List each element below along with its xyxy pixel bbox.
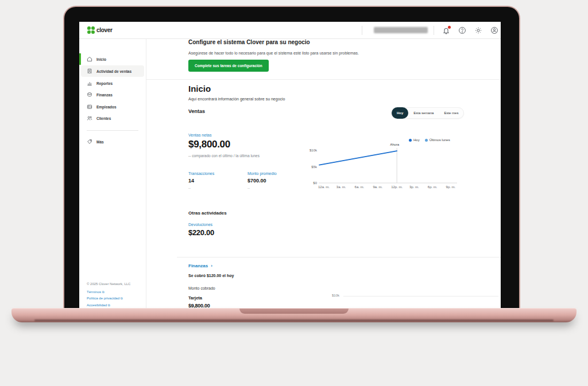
otras-actividades-title: Otras actividades xyxy=(188,210,227,216)
refunds-label[interactable]: Devoluciones xyxy=(188,223,212,227)
comparison-text: -- comparado con el último / la última l… xyxy=(188,154,260,158)
receipt-icon xyxy=(87,68,92,74)
copyright-text: © 2025 Clover Network, LLC xyxy=(87,282,130,286)
transactions-sub: -- xyxy=(188,186,191,190)
section-divider xyxy=(177,257,501,258)
people-icon xyxy=(87,115,92,121)
range-tab-esta-semana[interactable]: Esta semana xyxy=(408,107,439,119)
help-icon[interactable] xyxy=(458,26,466,34)
legend-dot-hoy xyxy=(409,139,412,142)
external-link-icon: ⧉ xyxy=(108,303,110,307)
setup-banner-subtitle: Asegúrese de hacer todo lo necesario par… xyxy=(188,51,359,55)
notifications-bell-icon[interactable] xyxy=(442,26,450,34)
svg-text:$5k: $5k xyxy=(311,165,318,169)
sidebar: Inicio Actividad de ventas Reportes Fina… xyxy=(79,39,146,308)
tarjeta-label: Tarjeta xyxy=(188,295,202,301)
tarjeta-value: $9,800.00 xyxy=(188,303,210,308)
topbar: clover xyxy=(79,22,501,39)
average-amount-sub: -- xyxy=(247,186,250,190)
laptop-base-shadow xyxy=(34,319,554,321)
mini-chart-gridline xyxy=(343,296,498,297)
finanzas-subtitle: Se cobró $120.00 el hoy xyxy=(188,274,234,278)
svg-text:3p. m.: 3p. m. xyxy=(409,185,419,189)
laptop-base xyxy=(11,308,577,322)
account-icon[interactable] xyxy=(490,26,498,34)
legend-item-ultimos-lunes[interactable]: Últimos lunes xyxy=(425,138,450,142)
sidebar-item-empleados[interactable]: Empleados xyxy=(79,101,146,112)
mini-chart-ytick: $10k xyxy=(332,294,339,297)
svg-text:$10k: $10k xyxy=(310,149,318,152)
svg-text:12p. m.: 12p. m. xyxy=(391,185,403,189)
range-tab-este-mes[interactable]: Este mes xyxy=(439,107,463,119)
sidebar-item-reportes[interactable]: Reportes xyxy=(79,77,146,89)
complete-setup-button[interactable]: Complete sus tareas de configuración xyxy=(188,60,269,72)
svg-text:9a. m.: 9a. m. xyxy=(373,185,382,189)
date-range-selector: Hoy Esta semana Este mes xyxy=(391,107,464,119)
clover-logo[interactable]: clover xyxy=(87,26,113,34)
svg-text:Ahora: Ahora xyxy=(390,143,400,146)
clover-leaf-icon xyxy=(87,26,95,34)
footer-link-privacidad[interactable]: Política de privacidad ⧉ xyxy=(87,297,127,301)
refunds-value: $220.00 xyxy=(188,228,214,237)
page-title: Inicio xyxy=(188,84,211,93)
sidebar-item-clientes[interactable]: Clientes xyxy=(79,112,146,124)
tag-icon xyxy=(87,139,92,145)
transactions-value: 14 xyxy=(188,178,194,184)
coins-icon xyxy=(87,92,92,98)
section-divider xyxy=(146,79,501,80)
sales-line-chart: $0$5k$10k12a. m.3a. m.6a. m.9a. m.12p. m… xyxy=(307,138,465,190)
sidebar-item-mas[interactable]: Más xyxy=(79,136,146,147)
sidebar-divider xyxy=(87,130,138,131)
svg-text:12a. m.: 12a. m. xyxy=(318,185,330,189)
chart-legend: Hoy Últimos lunes xyxy=(409,138,450,142)
transactions-label[interactable]: Transacciones xyxy=(188,171,214,176)
svg-text:6a. m.: 6a. m. xyxy=(355,185,365,189)
laptop-lid-notch xyxy=(239,309,349,314)
laptop-screen-bezel: clover xyxy=(63,6,520,309)
page-subtitle: Aquí encontrará información general sobr… xyxy=(188,97,285,101)
svg-text:3a. m.: 3a. m. xyxy=(336,185,346,189)
dashboard-screen: clover xyxy=(79,22,501,308)
sidebar-item-finanzas[interactable]: Finanzas xyxy=(79,89,146,100)
external-link-icon: ⧉ xyxy=(102,290,105,294)
average-amount-label[interactable]: Monto promedio xyxy=(247,171,277,176)
svg-text:9p. m.: 9p. m. xyxy=(446,185,456,189)
settings-gear-icon[interactable] xyxy=(474,26,482,34)
brand-wordmark: clover xyxy=(96,27,113,33)
notification-dot xyxy=(448,26,451,29)
monto-cobrado-label: Monto cobrado xyxy=(188,286,215,290)
legend-item-hoy[interactable]: Hoy xyxy=(409,138,420,142)
sidebar-item-actividad-de-ventas[interactable]: Actividad de ventas xyxy=(81,65,144,77)
external-link-icon: ⧉ xyxy=(121,297,123,300)
merchant-name-redacted[interactable] xyxy=(374,27,428,33)
net-sales-label[interactable]: Ventas netas xyxy=(188,133,211,137)
setup-banner-title: Configure el sistema Clover para su nego… xyxy=(188,39,310,45)
home-icon xyxy=(87,56,92,62)
badge-icon xyxy=(87,104,92,110)
svg-text:6p. m.: 6p. m. xyxy=(428,185,438,189)
footer-link-terminos[interactable]: Términos ⧉ xyxy=(87,290,127,294)
bar-chart-icon xyxy=(87,80,92,86)
topbar-divider xyxy=(362,26,362,35)
footer-link-accesibilidad[interactable]: Accesibilidad ⧉ xyxy=(87,303,127,307)
chevron-right-icon: › xyxy=(211,263,212,268)
svg-text:$0: $0 xyxy=(313,181,317,185)
finanzas-section-link[interactable]: Finanzas › xyxy=(188,263,212,268)
net-sales-value: $9,800.00 xyxy=(188,139,230,150)
sidebar-item-inicio[interactable]: Inicio xyxy=(79,53,146,65)
legend-dot-ultimos-lunes xyxy=(425,139,428,142)
average-amount-value: $700.00 xyxy=(247,178,266,184)
ventas-section-title: Ventas xyxy=(188,108,205,114)
range-tab-hoy[interactable]: Hoy xyxy=(392,107,408,119)
topbar-divider xyxy=(434,26,434,35)
